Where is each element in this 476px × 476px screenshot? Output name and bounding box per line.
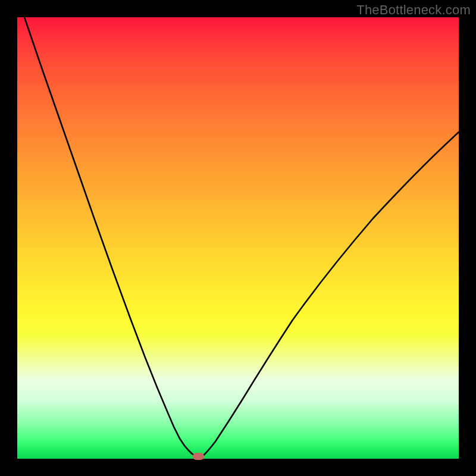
minimum-marker	[193, 453, 204, 460]
watermark-text: TheBottleneck.com	[356, 2, 471, 18]
chart-frame: TheBottleneck.com	[0, 0, 476, 476]
plot-area	[17, 17, 459, 459]
bottleneck-curve	[17, 17, 459, 459]
curve-right-branch	[202, 132, 459, 456]
curve-left-branch	[24, 17, 196, 456]
